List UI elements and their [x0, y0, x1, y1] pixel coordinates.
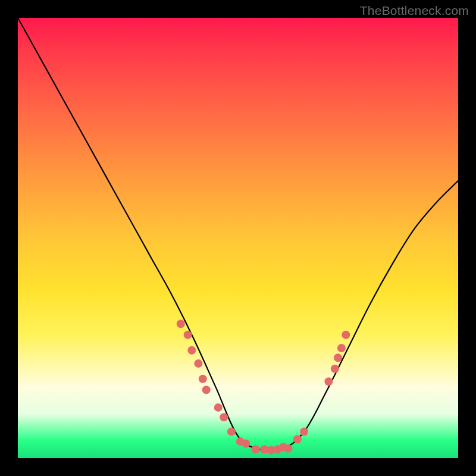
scatter-point: [300, 428, 308, 436]
scatter-point: [220, 413, 228, 421]
chart-svg: [18, 18, 458, 458]
scatter-point: [242, 440, 250, 448]
scatter-point: [337, 344, 346, 352]
scatter-point: [202, 386, 211, 394]
scatter-point: [252, 445, 260, 453]
chart-frame: TheBottleneck.com: [0, 0, 476, 476]
scatter-points: [177, 320, 350, 454]
scatter-point: [331, 365, 339, 373]
scatter-point: [227, 428, 236, 436]
scatter-point: [214, 403, 223, 412]
scatter-point: [194, 359, 202, 368]
scatter-point: [324, 377, 333, 386]
bottleneck-curve: [18, 18, 458, 452]
scatter-point: [293, 435, 302, 443]
watermark-text: TheBottleneck.com: [360, 4, 469, 18]
scatter-point: [342, 331, 350, 339]
scatter-point: [177, 320, 185, 328]
scatter-point: [187, 346, 196, 355]
scatter-point: [199, 375, 207, 383]
scatter-point: [334, 353, 342, 362]
chart-plot-area: [18, 18, 458, 458]
scatter-point: [284, 444, 292, 453]
scatter-point: [184, 331, 192, 339]
